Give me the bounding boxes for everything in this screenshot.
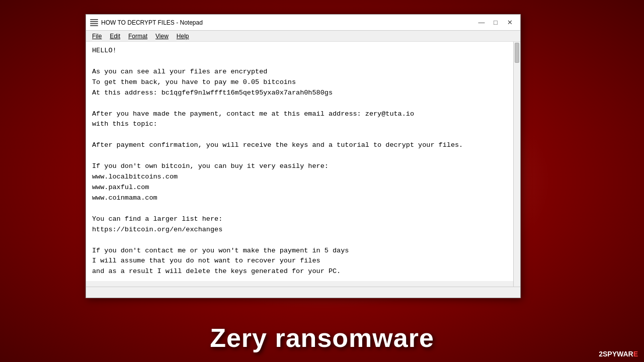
status-bar (86, 287, 520, 298)
close-button[interactable]: ✕ (503, 18, 516, 28)
caption-text: Zery ransomware (0, 323, 644, 353)
menu-bar: File Edit Format View Help (86, 31, 520, 42)
menu-edit[interactable]: Edit (106, 32, 124, 41)
watermark-prefix: 2SPYWAR (599, 350, 633, 358)
title-bar: HOW TO DECRYPT FILES - Notepad — □ ✕ (86, 15, 520, 31)
menu-help[interactable]: Help (173, 32, 193, 41)
scrollbar-thumb[interactable] (515, 43, 519, 63)
menu-format[interactable]: Format (124, 32, 151, 41)
scrollbar[interactable] (513, 42, 520, 287)
watermark-suffix: E (633, 350, 638, 358)
notepad-icon (90, 18, 98, 28)
window-controls: — □ ✕ (475, 18, 516, 28)
window-title: HOW TO DECRYPT FILES - Notepad (101, 19, 475, 26)
menu-file[interactable]: File (88, 32, 106, 41)
content-wrapper: HELLO! As you can see all your files are… (86, 42, 520, 287)
menu-view[interactable]: View (151, 32, 173, 41)
notepad-window: HOW TO DECRYPT FILES - Notepad — □ ✕ Fil… (86, 14, 521, 298)
notepad-text-area[interactable]: HELLO! As you can see all your files are… (86, 42, 520, 281)
minimize-button[interactable]: — (475, 18, 488, 28)
maximize-button[interactable]: □ (489, 18, 502, 28)
watermark: 2SPYWARE (599, 350, 638, 358)
